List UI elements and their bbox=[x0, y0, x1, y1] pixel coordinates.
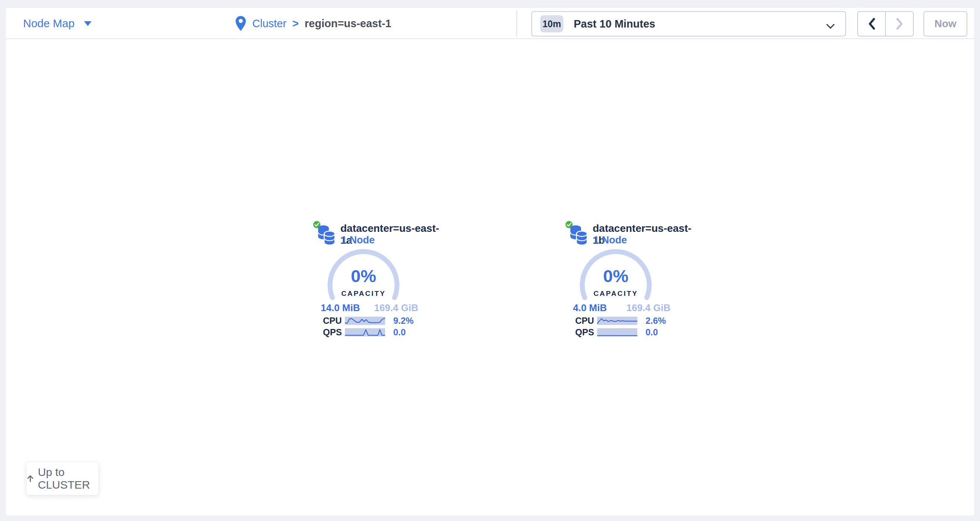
qps-metric-row: QPS 0.0 bbox=[564, 328, 698, 336]
datacenter-node-count: 1 Node bbox=[593, 234, 627, 246]
time-nav-group bbox=[857, 11, 914, 37]
capacity-label: CAPACITY bbox=[575, 290, 657, 298]
cpu-metric-row: CPU 9.2% bbox=[312, 317, 446, 325]
qps-sparkline bbox=[597, 328, 637, 336]
database-stack-icon bbox=[318, 225, 336, 245]
capacity-values: 14.0 MiB 169.4 GiB bbox=[321, 302, 418, 314]
view-mode-label: Node Map bbox=[23, 17, 75, 30]
time-prev-button[interactable] bbox=[858, 12, 886, 36]
database-stack-icon bbox=[570, 225, 588, 245]
qps-sparkline bbox=[345, 328, 385, 336]
chevron-down-icon bbox=[84, 21, 92, 26]
cpu-sparkline bbox=[345, 317, 385, 325]
qps-metric-row: QPS 0.0 bbox=[312, 328, 446, 336]
cpu-sparkline bbox=[597, 317, 637, 325]
capacity-total: 169.4 GiB bbox=[626, 302, 670, 314]
chevron-left-icon bbox=[867, 17, 877, 31]
capacity-total: 169.4 GiB bbox=[374, 302, 418, 314]
main-panel: Node Map Cluster > region=us-east-1 10m … bbox=[6, 8, 974, 515]
breadcrumb-cluster-link[interactable]: Cluster bbox=[252, 18, 286, 30]
toolbar-divider bbox=[516, 10, 517, 37]
time-next-button[interactable] bbox=[886, 12, 913, 36]
capacity-used: 4.0 MiB bbox=[573, 302, 607, 314]
up-to-cluster-button[interactable]: Up to CLUSTER bbox=[26, 462, 99, 496]
breadcrumb-separator: > bbox=[293, 18, 299, 30]
capacity-label: CAPACITY bbox=[323, 290, 404, 298]
capacity-percent: 0% bbox=[323, 266, 404, 286]
time-range-label: Past 10 Minutes bbox=[574, 18, 655, 30]
location-pin-icon bbox=[235, 15, 246, 32]
breadcrumb-current: region=us-east-1 bbox=[305, 18, 391, 30]
arrow-up-icon bbox=[26, 473, 34, 484]
top-toolbar: Node Map Cluster > region=us-east-1 10m … bbox=[6, 8, 974, 39]
up-to-cluster-label: Up to CLUSTER bbox=[38, 466, 99, 491]
datacenter-node-count: 1 Node bbox=[341, 234, 375, 246]
capacity-percent: 0% bbox=[575, 266, 657, 286]
time-range-badge: 10m bbox=[540, 15, 563, 32]
cpu-metric-row: CPU 2.6% bbox=[564, 317, 698, 325]
cpu-label: CPU bbox=[323, 317, 342, 325]
chevron-right-icon bbox=[895, 17, 904, 31]
capacity-used: 14.0 MiB bbox=[321, 302, 360, 314]
view-mode-dropdown[interactable]: Node Map bbox=[23, 8, 92, 39]
qps-value: 0.0 bbox=[646, 328, 658, 336]
time-range-dropdown[interactable]: 10m Past 10 Minutes bbox=[531, 11, 846, 37]
qps-label: QPS bbox=[323, 328, 342, 336]
cpu-value: 2.6% bbox=[646, 317, 666, 325]
cpu-value: 9.2% bbox=[393, 317, 414, 325]
datacenter-card[interactable]: datacenter=us-east-1b 1 Node 0% CAPACITY… bbox=[564, 219, 698, 345]
qps-label: QPS bbox=[575, 328, 594, 336]
datacenter-card[interactable]: datacenter=us-east-1a 1 Node 0% CAPACITY… bbox=[312, 219, 446, 345]
capacity-values: 4.0 MiB 169.4 GiB bbox=[573, 302, 670, 314]
chevron-down-icon bbox=[826, 21, 835, 29]
qps-value: 0.0 bbox=[393, 328, 406, 336]
now-button[interactable]: Now bbox=[923, 11, 967, 37]
cpu-label: CPU bbox=[575, 317, 594, 325]
breadcrumb: Cluster > region=us-east-1 bbox=[235, 8, 391, 39]
